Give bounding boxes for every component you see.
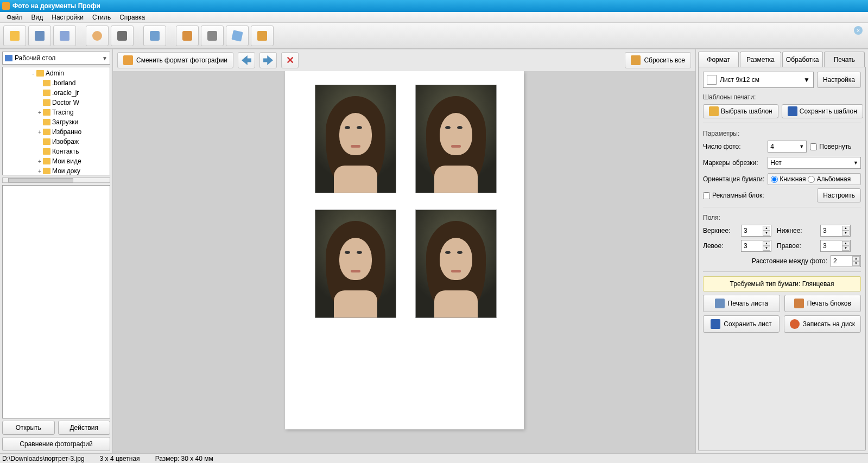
- margin-top-label: Верхнее:: [703, 227, 736, 234]
- tree-item[interactable]: Контакть: [4, 147, 109, 156]
- desktop-icon: [5, 55, 12, 61]
- sheet-settings-button[interactable]: Настройка: [817, 72, 861, 88]
- menu-help[interactable]: Справка: [115, 12, 149, 22]
- tree-item[interactable]: .borland: [4, 78, 109, 88]
- window-titlebar: Фото на документы Профи: [0, 0, 868, 12]
- save-template-button[interactable]: Сохранить шаблон: [782, 104, 863, 118]
- left-panel: Рабочий стол ▼ -Admin.borland.oracle_jrD…: [0, 49, 113, 453]
- folder-root-dropdown[interactable]: Рабочий стол ▼: [2, 52, 110, 65]
- layers-button[interactable]: [226, 26, 249, 46]
- rotate-checkbox[interactable]: Повернуть: [810, 143, 851, 150]
- zoom-button[interactable]: [143, 26, 166, 46]
- open-button[interactable]: Открыть: [2, 421, 55, 435]
- margin-right-label: Правое:: [777, 242, 815, 250]
- photo-count-label: Число фото:: [703, 143, 764, 150]
- photo-slot: [315, 210, 396, 318]
- photo-slot: [415, 85, 497, 193]
- print-button[interactable]: [53, 26, 76, 46]
- sheet-size-select[interactable]: Лист 9x12 см ▼: [703, 72, 814, 88]
- paper-required-info: Требуемый тип бумаги: Глянцевая: [703, 276, 861, 291]
- main-toolbar: ×: [0, 23, 868, 49]
- photo-slot: [415, 210, 497, 318]
- photo-count-select[interactable]: 4▼: [768, 141, 807, 153]
- chevron-down-icon: ▼: [102, 55, 107, 61]
- right-tabs: Формат Разметка Обработка Печать: [698, 52, 866, 67]
- menu-file[interactable]: Файл: [2, 12, 27, 22]
- params-label: Параметры:: [703, 130, 861, 137]
- print-page: [285, 71, 524, 429]
- reset-icon: [631, 55, 641, 65]
- margin-left-label: Левое:: [703, 242, 736, 250]
- status-size: Размер: 30 x 40 мм: [155, 455, 213, 462]
- spacing-label: Расстояние между фото:: [752, 257, 827, 265]
- tree-scrollbar[interactable]: [2, 177, 110, 183]
- margin-top-spinner[interactable]: 3▲▼: [741, 225, 771, 237]
- delete-button[interactable]: ✕: [281, 52, 299, 68]
- tree-item[interactable]: Изображ: [4, 137, 109, 147]
- tab-print[interactable]: Печать: [824, 52, 865, 67]
- tree-item[interactable]: Doctor W: [4, 98, 109, 107]
- tree-item[interactable]: +Мои виде: [4, 156, 109, 166]
- configure-ad-button[interactable]: Настроить: [817, 188, 861, 202]
- change-format-button[interactable]: Сменить формат фотографии: [117, 52, 233, 68]
- folder-tree[interactable]: -Admin.borland.oracle_jrDoctor W+Tracing…: [2, 67, 110, 175]
- user-button[interactable]: [86, 26, 109, 46]
- close-toolbar-icon[interactable]: ×: [854, 26, 863, 35]
- app-icon: [2, 2, 10, 10]
- help-button[interactable]: [176, 26, 199, 46]
- spacing-spinner[interactable]: 2▲▼: [831, 255, 861, 267]
- preview-box: [2, 185, 110, 418]
- menu-style[interactable]: Стиль: [88, 12, 115, 22]
- tree-item[interactable]: +Избранно: [4, 127, 109, 137]
- flip-left-button[interactable]: [238, 52, 255, 68]
- orientation-radios: Книжная Альбомная: [768, 173, 861, 185]
- tab-process[interactable]: Обработка: [782, 52, 823, 67]
- save-button[interactable]: [28, 26, 51, 46]
- menu-settings[interactable]: Настройки: [47, 12, 88, 22]
- ad-block-checkbox[interactable]: Рекламный блок:: [703, 192, 764, 199]
- open-folder-button[interactable]: [3, 26, 26, 46]
- doc-icon: [707, 75, 717, 85]
- flip-right-button[interactable]: [259, 52, 277, 68]
- grid-icon: [709, 106, 719, 116]
- save-icon: [788, 106, 797, 116]
- crop-markers-label: Маркеры обрезки:: [703, 159, 764, 167]
- save-sheet-button[interactable]: Сохранить лист: [703, 315, 780, 333]
- reset-all-button[interactable]: Сбросить все: [625, 52, 691, 68]
- templates-label: Шаблоны печати:: [703, 93, 861, 101]
- cart-button[interactable]: [251, 26, 274, 46]
- margin-right-spinner[interactable]: 3▲▼: [820, 240, 851, 252]
- choose-template-button[interactable]: Выбрать шаблон: [703, 104, 778, 118]
- margin-bottom-spinner[interactable]: 3▲▼: [820, 225, 851, 237]
- actions-button[interactable]: Действия: [58, 421, 111, 435]
- tree-item[interactable]: Загрузки: [4, 117, 109, 127]
- margin-left-spinner[interactable]: 3▲▼: [741, 240, 771, 252]
- right-panel: Формат Разметка Обработка Печать Лист 9x…: [695, 49, 868, 453]
- page-preview-area[interactable]: [113, 71, 695, 453]
- write-disc-button[interactable]: Записать на диск: [784, 315, 861, 333]
- camera-button[interactable]: [111, 26, 134, 46]
- orient-landscape-radio[interactable]: Альбомная: [808, 175, 851, 183]
- tab-layout[interactable]: Разметка: [740, 52, 781, 67]
- tree-item[interactable]: +Мои доку: [4, 166, 109, 175]
- center-panel: Сменить формат фотографии ✕ Сбросить все: [113, 49, 695, 453]
- tab-format[interactable]: Формат: [698, 52, 739, 67]
- swap-icon: [123, 55, 133, 65]
- print-blocks-button[interactable]: Печать блоков: [784, 295, 861, 312]
- status-color: 3 x 4 цветная: [100, 455, 140, 462]
- tree-item[interactable]: .oracle_jr: [4, 88, 109, 98]
- menu-view[interactable]: Вид: [27, 12, 48, 22]
- center-toolbar: Сменить формат фотографии ✕ Сбросить все: [113, 49, 695, 71]
- compare-photos-button[interactable]: Сравнение фотографий: [2, 437, 110, 451]
- tree-item[interactable]: -Admin: [4, 68, 109, 78]
- crop-markers-select[interactable]: Нет▼: [768, 157, 861, 169]
- margins-label: Поля:: [703, 214, 861, 221]
- chevron-down-icon: ▼: [803, 76, 810, 84]
- window-title: Фото на документы Профи: [12, 2, 866, 10]
- menubar: Файл Вид Настройки Стиль Справка: [0, 12, 868, 23]
- film-button[interactable]: [201, 26, 224, 46]
- status-path: D:\Downloads\портрет-3.jpg: [2, 455, 85, 462]
- tree-item[interactable]: +Tracing: [4, 107, 109, 117]
- orient-portrait-radio[interactable]: Книжная: [771, 175, 806, 183]
- print-sheet-button[interactable]: Печать листа: [703, 295, 780, 312]
